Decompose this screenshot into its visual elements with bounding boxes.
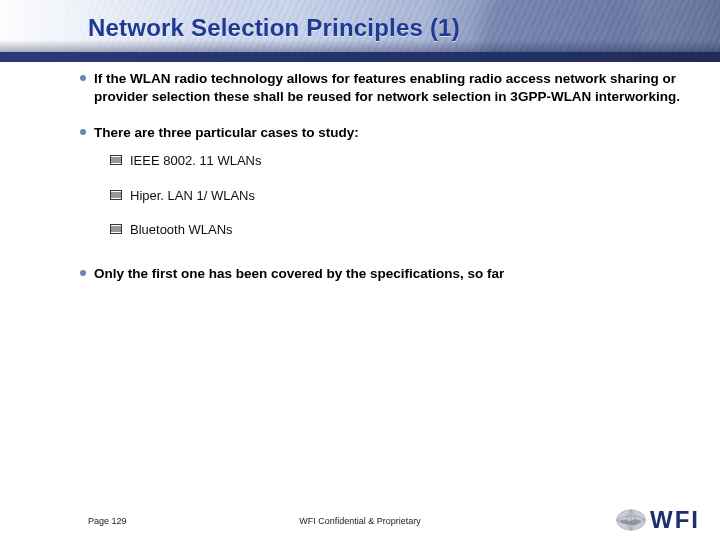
sub-bullet-text: IEEE 8002. 11 WLANs: [130, 153, 262, 168]
header-stripe: [0, 52, 720, 62]
bullet-text: If the WLAN radio technology allows for …: [94, 71, 680, 104]
globe-icon: [614, 506, 648, 534]
confidential-notice: WFI Confidential & Proprietary: [299, 516, 421, 526]
sub-bullet-text: Hiper. LAN 1/ WLANs: [130, 188, 255, 203]
sub-bullet-item: IEEE 8002. 11 WLANs: [110, 153, 680, 170]
page-number: Page 129: [88, 516, 127, 526]
logo-text: WFI: [650, 506, 700, 534]
sub-bullet-list: IEEE 8002. 11 WLANs Hiper. LAN 1/ WLANs …: [110, 153, 680, 240]
bullet-item: If the WLAN radio technology allows for …: [80, 70, 680, 106]
book-bullet-icon: [110, 189, 122, 201]
sub-bullet-item: Hiper. LAN 1/ WLANs: [110, 188, 680, 205]
sub-bullet-item: Bluetooth WLANs: [110, 222, 680, 239]
bullet-text: Only the first one has been covered by t…: [94, 266, 504, 281]
slide-footer: Page 129 WFI Confidential & Proprietary …: [0, 500, 720, 540]
slide-title: Network Selection Principles (1): [88, 14, 460, 42]
sub-bullet-text: Bluetooth WLANs: [130, 222, 233, 237]
book-bullet-icon: [110, 223, 122, 235]
bullet-item: Only the first one has been covered by t…: [80, 265, 680, 283]
bullet-item: There are three particular cases to stud…: [80, 124, 680, 239]
wfi-logo: WFI: [614, 506, 700, 534]
book-bullet-icon: [110, 154, 122, 166]
slide: Network Selection Principles (1) If the …: [0, 0, 720, 540]
bullet-text: There are three particular cases to stud…: [94, 125, 359, 140]
slide-body: If the WLAN radio technology allows for …: [80, 70, 680, 490]
